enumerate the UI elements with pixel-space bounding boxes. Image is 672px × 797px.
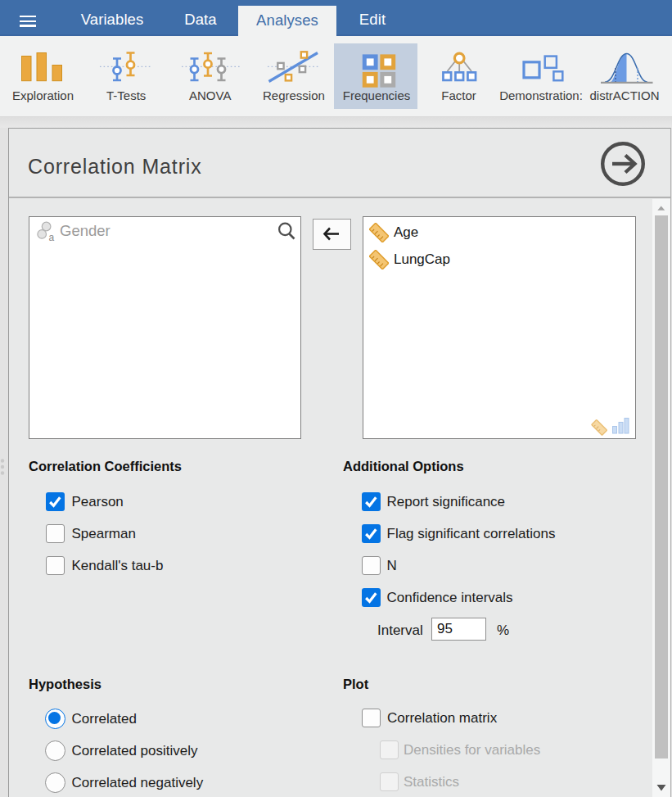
svg-text:a: a (49, 232, 55, 243)
